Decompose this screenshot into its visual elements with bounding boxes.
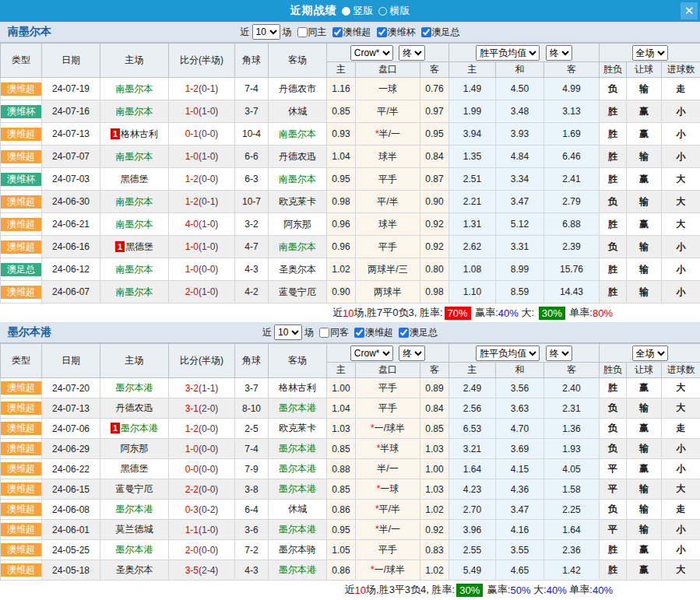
league-badge: 澳足总 xyxy=(1,258,42,281)
filter-option[interactable]: 同客 xyxy=(319,326,349,339)
away-team-name: 欧克莱卡 xyxy=(279,196,316,207)
away-team: 南墨尔本 xyxy=(269,168,327,191)
scope-select[interactable]: 全场 xyxy=(632,45,668,61)
match-score: 2-0(0-0) xyxy=(169,540,235,560)
filter-option[interactable]: 澳维杯 xyxy=(377,26,416,39)
filter-checkbox[interactable] xyxy=(319,328,329,338)
rate-badge: 30% xyxy=(456,584,483,597)
filter-checkbox-label: 澳维超 xyxy=(365,326,393,339)
match-row: 澳维超 24-07-06 1墨尔本港 1-2(0-0) 2-5 欧克莱卡 1.0… xyxy=(1,419,700,439)
euro-away-odds: 2.41 xyxy=(544,168,600,191)
home-team-name: 蓝曼宁厄 xyxy=(116,483,153,494)
league-badge: 澳维超 xyxy=(1,419,42,439)
col-handicap-result: 让球 xyxy=(627,62,662,78)
asian-home-odds: 0.86 xyxy=(327,500,356,520)
summary-text: 场,胜7平0负3, 胜率: xyxy=(354,306,442,320)
asian-final-select[interactable]: 终 xyxy=(399,346,425,361)
away-team: 蓝曼宁厄 xyxy=(269,281,327,304)
filter-option[interactable]: 澳足总 xyxy=(399,326,438,339)
euro-draw-odds: 4.50 xyxy=(496,78,544,100)
euro-draw-odds: 3.31 xyxy=(496,236,544,258)
corner-score: 4-3 xyxy=(235,258,269,281)
euro-away-odds: 2.39 xyxy=(544,236,600,258)
filter-checkbox[interactable] xyxy=(377,27,387,37)
summary-text: 近 xyxy=(345,583,355,597)
filter-bar: 近10场同主澳维超澳维杯澳足总 xyxy=(0,24,700,40)
goals-result-cell: 小 xyxy=(662,146,700,168)
recent-label: 近 xyxy=(262,326,272,339)
asian-handicap: *半/一 xyxy=(356,520,420,540)
close-icon[interactable]: ✕ xyxy=(681,2,698,19)
filter-option[interactable]: 同主 xyxy=(297,26,327,39)
euro-draw-odds: 4.84 xyxy=(496,146,544,168)
team-section-south-melbourne: 南墨尔本 近10场同主澳维超澳维杯澳足总 类型 日期 主场 比分(半场) 角球 … xyxy=(0,22,700,322)
summary-text: 近 xyxy=(332,306,343,320)
europe-odds-select[interactable]: 胜平负均值 xyxy=(476,346,540,361)
euro-draw-odds: 4.36 xyxy=(496,479,544,500)
result-cell: 胜 xyxy=(600,378,627,398)
asian-odds-group: Crow* 终 xyxy=(327,44,449,62)
match-score: 0-1(0-0) xyxy=(169,123,235,146)
league-badge: 澳维杯 xyxy=(1,100,42,123)
euro-draw-odds: 4.70 xyxy=(496,419,544,439)
away-team-name: 墨尔本港 xyxy=(279,483,316,494)
asian-home-odds: 0.95 xyxy=(327,520,356,540)
euro-away-odds: 15.76 xyxy=(544,258,600,281)
asian-home-odds: 0.96 xyxy=(327,236,356,258)
home-team-name: 南墨尔本 xyxy=(116,196,153,207)
asian-handicap: *半球 xyxy=(356,439,420,459)
filter-checkbox[interactable] xyxy=(421,27,431,37)
away-team: 墨尔本骑 xyxy=(269,540,327,560)
asian-away-odds: 0.90 xyxy=(420,191,449,213)
scope-group: 全场 xyxy=(600,44,700,62)
fulltime-score: 1-2 xyxy=(185,174,199,184)
away-team: 欧克莱卡 xyxy=(269,191,327,213)
asian-away-odds: 1.00 xyxy=(420,459,449,479)
euro-home-odds: 2.51 xyxy=(449,168,496,191)
league-badge: 澳维超 xyxy=(1,560,42,581)
match-date: 24-06-29 xyxy=(42,439,100,459)
europe-final-select[interactable]: 终 xyxy=(546,346,572,361)
handicap-result-cell: 输 xyxy=(627,78,662,100)
radio-horizontal-layout[interactable]: 横版 xyxy=(378,4,410,18)
halftime-score: (2-0) xyxy=(199,403,218,414)
filter-checkbox[interactable] xyxy=(354,328,364,338)
match-row: 澳足总 24-06-12 南墨尔本 1-0(0-0) 4-3 圣奥尔本 1.02… xyxy=(1,258,700,281)
euro-home-odds: 2.49 xyxy=(449,378,496,398)
bookmaker-select[interactable]: Crow* xyxy=(350,346,393,361)
fulltime-score: 1-0 xyxy=(185,151,199,162)
away-team: 欧克莱卡 xyxy=(269,419,327,439)
filter-checkbox[interactable] xyxy=(297,27,308,37)
euro-away-odds: 1.69 xyxy=(544,123,600,146)
radio-vertical-layout[interactable]: 竖版 xyxy=(342,4,374,18)
euro-home-odds: 1.08 xyxy=(449,258,496,281)
asian-away-odds: 0.84 xyxy=(420,398,449,419)
filter-checkbox[interactable] xyxy=(399,328,409,338)
asian-final-select[interactable]: 终 xyxy=(399,45,425,61)
league-badge: 澳维超 xyxy=(1,500,42,520)
euro-home-odds: 1.99 xyxy=(449,100,496,123)
filter-option[interactable]: 澳足总 xyxy=(421,26,460,39)
away-team-name: 休城 xyxy=(288,504,307,514)
europe-final-select[interactable]: 终 xyxy=(546,45,572,61)
euro-draw-odds: 8.99 xyxy=(496,258,544,281)
goals-result-cell: 小 xyxy=(662,100,700,123)
recent-games-select[interactable]: 10 xyxy=(252,24,280,40)
filter-option[interactable]: 澳维超 xyxy=(354,326,393,339)
halftime-score: (0-0) xyxy=(199,444,218,454)
league-badge: 澳维杯 xyxy=(1,168,42,191)
sub-col-euro-away: 客 xyxy=(544,363,600,378)
section-header: 南墨尔本 近10场同主澳维超澳维杯澳足总 xyxy=(0,22,700,43)
filter-option[interactable]: 澳维超 xyxy=(332,26,371,39)
away-team: 休城 xyxy=(269,100,327,123)
match-row: 澳维超 24-06-07 南墨尔本 2-0(1-0) 4-2 蓝曼宁厄 0.90… xyxy=(1,281,700,304)
recent-games-select[interactable]: 10 xyxy=(274,325,302,340)
goals-result-cell: 大 xyxy=(662,479,700,500)
scope-select[interactable]: 全场 xyxy=(632,346,668,361)
asian-away-odds: 0.83 xyxy=(420,540,449,560)
europe-odds-select[interactable]: 胜平负均值 xyxy=(476,45,540,61)
bookmaker-select[interactable]: Crow* xyxy=(350,45,393,61)
asian-handicap: 球半 xyxy=(356,146,420,168)
filter-checkbox[interactable] xyxy=(332,27,343,37)
corner-score: 8-10 xyxy=(235,398,269,419)
